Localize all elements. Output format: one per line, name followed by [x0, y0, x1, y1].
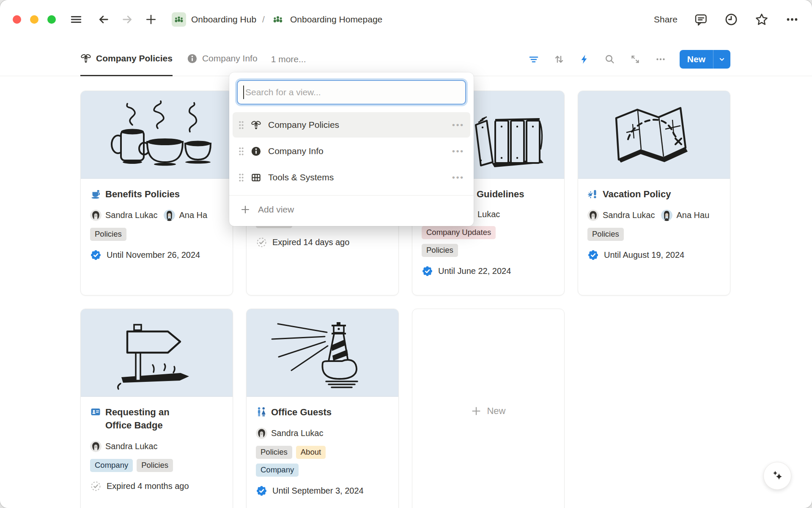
info-icon [251, 146, 261, 157]
search-view-button[interactable] [604, 54, 615, 65]
person-name: Sandra Lukac [271, 428, 323, 438]
favorite-button[interactable] [754, 12, 769, 27]
plus-icon [145, 13, 157, 26]
clock-icon [724, 12, 738, 27]
comments-button[interactable] [694, 12, 708, 27]
automations-button[interactable] [579, 54, 590, 65]
text-cursor [243, 86, 244, 99]
breadcrumb-current[interactable]: Onboarding Homepage [290, 14, 382, 25]
avatar [164, 210, 175, 221]
tag: Company [256, 464, 299, 477]
view-options-button[interactable] [655, 54, 666, 65]
person-name: Sandra Lukac [603, 210, 655, 220]
view-option-company-policies[interactable]: Company Policies ••• [233, 112, 470, 138]
card-title-row: Requesting an Office Badge [90, 406, 223, 432]
filter-button[interactable] [528, 54, 539, 65]
tab-company-info[interactable]: Company Info [187, 42, 258, 76]
ellipsis-icon [785, 12, 799, 27]
avatar [90, 441, 102, 452]
view-option-company-info[interactable]: Company Info ••• [233, 138, 470, 164]
id-badge-icon [90, 406, 101, 417]
card-title: Vacation Policy [603, 188, 671, 201]
new-page-button[interactable] [145, 13, 157, 26]
onboarding-homepage-page-icon[interactable] [271, 12, 285, 27]
close-window-button[interactable] [13, 15, 21, 24]
card-benefits-policies[interactable]: Benefits Policies Sandra Lukac [80, 91, 233, 295]
card-tags: Company Updates [422, 226, 555, 239]
add-view-button[interactable]: Add view [229, 196, 474, 224]
status-text: Until September 3, 2024 [272, 486, 364, 496]
person-name: Lukac [477, 210, 500, 219]
people-icon [272, 14, 283, 25]
expand-view-button[interactable] [630, 54, 641, 65]
card-title-row: Vacation Policy [587, 188, 721, 201]
notion-window: Onboarding Hub / Onboarding Homepage Sha… [0, 0, 812, 508]
card-status-row: Until September 3, 2024 [256, 485, 389, 497]
sort-button[interactable] [554, 54, 565, 65]
tag: Company [90, 459, 133, 472]
card-people-row: Sandra Lukac [256, 428, 389, 439]
verified-badge-icon [422, 265, 433, 277]
zoom-window-button[interactable] [47, 15, 56, 24]
nav-forward-button[interactable] [121, 13, 134, 26]
table-icon [251, 172, 261, 183]
card-status-row: Expired 14 days ago [256, 237, 389, 248]
minimize-window-button[interactable] [30, 15, 38, 24]
status-text: Until November 26, 2024 [107, 250, 200, 260]
status-text: Expired 4 months ago [107, 481, 189, 491]
drag-handle-icon[interactable] [239, 147, 244, 156]
card-status-row: Until November 26, 2024 [90, 249, 223, 261]
tabs-more-button[interactable]: 1 more... [271, 54, 306, 64]
verified-badge-icon [256, 485, 267, 497]
drag-handle-icon[interactable] [239, 173, 244, 182]
view-option-label: Company Policies [268, 120, 445, 130]
breadcrumb-root[interactable]: Onboarding Hub [191, 14, 256, 25]
sparkles-icon [770, 469, 785, 483]
new-button-dropdown[interactable] [713, 55, 730, 64]
card-tags: Policies [90, 228, 223, 241]
man-woman-icon [256, 406, 267, 417]
verified-badge-icon [90, 249, 102, 261]
tab-company-policies[interactable]: Company Policies [80, 42, 173, 76]
new-record-button[interactable]: New [680, 50, 730, 69]
card-title: Requesting an Office Badge [105, 406, 181, 432]
view-option-label: Company Info [268, 146, 445, 156]
card-requesting-office-badge[interactable]: Requesting an Office Badge Sandra Lukac … [80, 309, 233, 508]
chevron-down-icon [718, 55, 726, 64]
card-people-row: Sandra Lukac Ana Hau [587, 210, 721, 221]
card-status-row: Until June 22, 2024 [422, 265, 555, 277]
onboarding-hub-page-icon[interactable] [172, 12, 186, 27]
card-title: Guidelines [477, 188, 524, 201]
tab-label: Company Policies [96, 53, 173, 64]
expand-icon [630, 54, 641, 65]
drag-handle-icon[interactable] [239, 121, 244, 130]
people-icon [174, 14, 184, 25]
tag: About [296, 446, 326, 459]
person-name: Sandra Lukac [105, 442, 157, 451]
nav-back-button[interactable] [97, 13, 110, 26]
more-options-button[interactable] [785, 12, 799, 27]
tag: Company Updates [422, 226, 496, 239]
hamburger-icon [70, 14, 82, 25]
tag: Policies [90, 228, 126, 241]
card-vacation-policy[interactable]: Vacation Policy Sandra Lukac [578, 91, 730, 295]
sidebar-toggle-button[interactable] [70, 14, 82, 25]
history-button[interactable] [724, 12, 738, 27]
view-option-tools-systems[interactable]: Tools & Systems ••• [233, 165, 470, 190]
view-option-menu-button[interactable]: ••• [452, 120, 464, 130]
ellipsis-icon [655, 54, 666, 65]
view-option-label: Tools & Systems [268, 172, 445, 182]
card-status-row: Until August 19, 2024 [587, 249, 721, 261]
new-card-button[interactable]: New [412, 309, 565, 508]
share-button[interactable]: Share [654, 14, 678, 25]
comment-icon [694, 12, 708, 27]
ai-assistant-button[interactable] [763, 462, 791, 490]
avatar [256, 428, 267, 439]
sun-exclamation-icon [587, 188, 598, 199]
card-office-guests[interactable]: Office Guests Sandra Lukac Policies Abo [246, 309, 399, 508]
view-option-menu-button[interactable]: ••• [452, 146, 464, 156]
view-search-input[interactable] [237, 80, 466, 105]
card-cover-signpost-doodle [81, 309, 233, 397]
view-toolbar [528, 54, 666, 65]
view-option-menu-button[interactable]: ••• [452, 173, 464, 182]
